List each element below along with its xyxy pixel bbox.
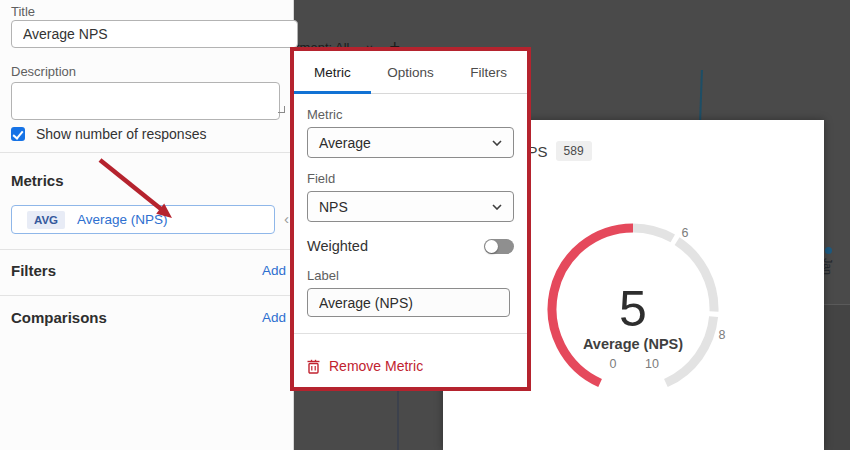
metric-chip[interactable]: AVG Average (NPS) [11, 205, 275, 234]
weighted-toggle[interactable] [484, 239, 514, 254]
weighted-label: Weighted [307, 238, 368, 254]
gauge-tick-max: 10 [640, 357, 664, 371]
title-input[interactable] [11, 20, 298, 48]
toggle-knob [485, 240, 498, 253]
field-select-label: Field [307, 171, 527, 186]
show-responses-row[interactable]: Show number of responses [11, 126, 206, 142]
metric-select[interactable]: Average [307, 127, 514, 158]
tab-options[interactable]: Options [387, 65, 434, 80]
title-field-label: Title [11, 4, 35, 19]
tab-metric[interactable]: Metric [314, 65, 351, 80]
metric-select-label: Metric [307, 107, 527, 122]
widget-settings-panel: Title Description Show number of respons… [0, 0, 294, 450]
show-responses-checkbox[interactable] [11, 127, 25, 141]
show-responses-label: Show number of responses [36, 126, 206, 142]
comparisons-heading: Comparisons [11, 309, 107, 326]
description-field-label: Description [11, 64, 76, 79]
chevron-down-icon [492, 204, 502, 210]
tab-filters[interactable]: Filters [470, 65, 507, 80]
weighted-row: Weighted [307, 238, 514, 254]
background-chart-gridline [397, 391, 399, 450]
metric-editor-popup: Metric Options Filters Metric Average Fi… [290, 47, 531, 391]
textarea-resize-grip-icon[interactable] [278, 106, 285, 113]
trash-icon [307, 359, 320, 374]
filters-add-button[interactable]: Add [262, 263, 286, 278]
comparisons-add-button[interactable]: Add [262, 310, 286, 325]
gauge-tick-min: 0 [601, 357, 625, 371]
background-chart-line [699, 70, 703, 123]
response-count-badge: 589 [556, 141, 592, 161]
label-input[interactable] [307, 288, 510, 317]
metrics-heading: Metrics [11, 172, 64, 189]
chevron-down-icon [492, 140, 502, 146]
field-select-value: NPS [319, 199, 348, 215]
field-select[interactable]: NPS [307, 191, 514, 222]
divider [294, 333, 527, 334]
divider [0, 152, 293, 153]
active-tab-underline [294, 91, 371, 94]
filters-heading: Filters [11, 262, 56, 279]
description-input[interactable] [11, 82, 280, 120]
gauge-tick-6: 6 [673, 226, 697, 240]
background-widget-area [824, 305, 850, 450]
remove-metric-label: Remove Metric [329, 358, 423, 374]
metric-chip-label: Average (NPS) [77, 212, 168, 227]
metric-select-value: Average [319, 135, 371, 151]
panel-collapse-handle[interactable]: ‹ [284, 210, 289, 227]
gauge-value: 5 [593, 280, 673, 338]
gauge-metric-label: Average (NPS) [553, 336, 713, 352]
metric-aggregation-badge: AVG [27, 211, 65, 229]
divider [0, 249, 293, 250]
label-field-label: Label [307, 268, 527, 283]
divider [0, 295, 293, 296]
gauge-tick-8: 8 [710, 328, 734, 342]
popup-tab-bar: Metric Options Filters [294, 51, 527, 94]
background-chart-point [825, 247, 832, 254]
remove-metric-button[interactable]: Remove Metric [307, 358, 527, 374]
